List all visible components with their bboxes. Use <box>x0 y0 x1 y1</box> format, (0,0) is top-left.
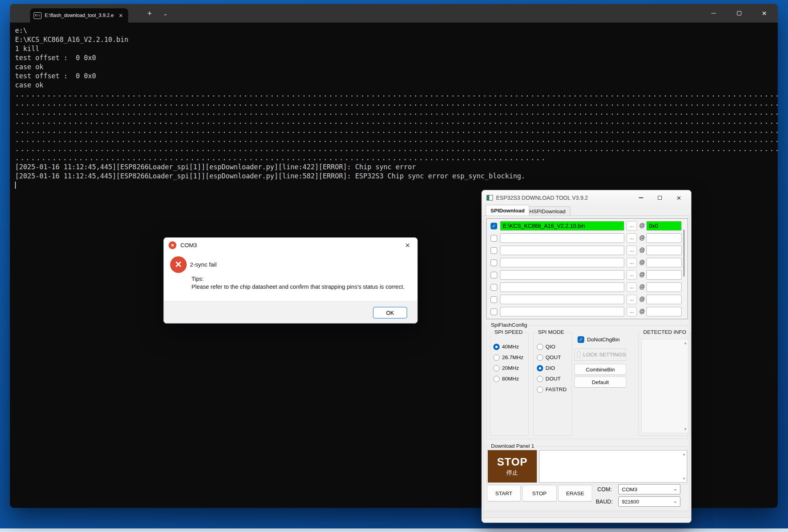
tool-window-controls: ✕ <box>636 193 683 202</box>
spiflashconfig-label: SpiFlashConfig <box>489 322 529 328</box>
file-row: ...@ <box>487 295 688 305</box>
browse-button[interactable]: ... <box>627 258 637 267</box>
radio-selected-icon <box>493 344 500 350</box>
bin-path-field[interactable] <box>500 258 624 267</box>
tab-spidownload[interactable]: SPIDownload <box>486 205 529 216</box>
dialog-tips-text: Please refer to the chip datasheet and c… <box>191 284 405 290</box>
file-row-checkbox[interactable] <box>491 309 497 315</box>
tool-titlebar[interactable]: ESP32S3 DOWNLOAD TOOL V3.9.2 ✕ <box>482 190 691 205</box>
close-icon: ✕ <box>676 195 682 201</box>
spi-mode-label: SPI MODE <box>536 329 566 335</box>
flash-offset-field[interactable] <box>646 307 682 316</box>
at-separator: @ <box>639 308 645 314</box>
terminal-cursor <box>15 182 16 189</box>
bin-path-field[interactable] <box>500 246 624 255</box>
minimize-button[interactable] <box>701 4 726 23</box>
spi-mode-option-qio[interactable]: QIO <box>537 341 566 352</box>
spi-mode-option-dio[interactable]: DIO <box>537 363 566 373</box>
flash-offset-field[interactable]: 0x0 <box>646 221 682 231</box>
flash-offset-field[interactable] <box>646 270 682 280</box>
spi-speed-option-267mhz[interactable]: 26.7MHz <box>493 352 523 363</box>
file-row-checkbox[interactable] <box>491 284 497 291</box>
bin-path-field[interactable] <box>500 270 624 280</box>
bin-path-field[interactable] <box>500 307 624 316</box>
spi-mode-option-dout[interactable]: DOUT <box>537 373 566 384</box>
browse-button[interactable]: ... <box>627 270 637 280</box>
flash-offset-field[interactable] <box>646 258 682 267</box>
file-row-checkbox[interactable] <box>491 247 497 254</box>
tab-list-chevron-icon[interactable]: ⌄ <box>159 8 171 19</box>
flash-offset-field[interactable] <box>646 233 682 243</box>
tool-statusbar <box>484 511 689 521</box>
tab-close-icon[interactable]: ✕ <box>117 12 125 19</box>
terminal-line: test offset : 0 0x0 <box>15 72 778 81</box>
bin-path-field[interactable]: E:\KCS_KC868_A16_V2.2.10.bin <box>500 221 624 231</box>
browse-button[interactable]: ... <box>627 307 637 316</box>
browse-button[interactable]: ... <box>627 282 637 292</box>
browse-button[interactable]: ... <box>627 295 637 304</box>
browse-button[interactable]: ... <box>627 233 637 243</box>
download-panel-label: Download Panel 1 <box>489 443 536 449</box>
ok-button[interactable]: OK <box>373 307 407 318</box>
dialog-titlebar[interactable]: ✕ COM3 ✕ <box>164 238 417 253</box>
file-row-checkbox[interactable] <box>491 235 497 242</box>
combinebin-button[interactable]: CombineBin <box>574 364 626 375</box>
browse-button[interactable]: ... <box>627 221 637 231</box>
scroll-up-icon[interactable]: ▲ <box>682 452 686 456</box>
stop-button[interactable]: STOP <box>522 485 557 502</box>
file-row: ...@ <box>487 282 688 293</box>
browse-button[interactable]: ... <box>627 246 637 255</box>
donotchgbin-checkbox[interactable]: ✓ DoNotChgBin <box>578 336 620 343</box>
file-row: ...@ <box>487 307 688 317</box>
scroll-down-icon[interactable]: ▼ <box>682 477 686 481</box>
radio-icon <box>493 365 500 371</box>
detected-info-textarea[interactable]: ▲ ▼ <box>641 339 688 433</box>
baud-rate-select[interactable]: 921600 ⌄ <box>618 496 680 507</box>
spi-speed-option-40mhz[interactable]: 40MHz <box>493 341 523 352</box>
flash-offset-field[interactable] <box>646 246 682 255</box>
download-status-box: STOP 停止 <box>488 450 537 483</box>
scroll-up-icon[interactable]: ▲ <box>684 341 687 345</box>
file-row-checkbox[interactable] <box>491 296 497 303</box>
terminal-line: ........................................… <box>15 108 778 117</box>
terminal-titlebar[interactable]: C:\ E:\flash_download_tool_3.9.2.e ✕ + ⌄… <box>10 4 778 23</box>
terminal-line: ........................................… <box>15 126 778 135</box>
new-tab-button[interactable]: + <box>143 8 156 19</box>
terminal-line: 1 kill <box>15 44 778 53</box>
file-row-checkbox[interactable] <box>491 272 497 278</box>
file-row-checkbox[interactable] <box>491 259 497 266</box>
download-log-textarea[interactable]: ▲ ▼ <box>539 450 687 483</box>
bin-path-field[interactable] <box>500 295 624 304</box>
flash-offset-field[interactable] <box>646 295 682 304</box>
default-button[interactable]: Default <box>574 377 626 388</box>
spi-speed-option-80mhz[interactable]: 80MHz <box>493 373 523 384</box>
error-icon: ✕ <box>170 256 187 273</box>
bin-path-field[interactable] <box>500 282 624 292</box>
file-list-scrollbar[interactable] <box>683 230 685 276</box>
flash-offset-field[interactable] <box>646 282 682 292</box>
lock-settings-checkbox[interactable]: LOCK SETTINGS <box>574 348 626 361</box>
start-button[interactable]: START <box>487 485 521 502</box>
dialog-footer: OK <box>164 301 417 323</box>
com-port-select[interactable]: COM3 ⌄ <box>618 484 680 494</box>
tool-minimize-button[interactable] <box>636 193 645 202</box>
terminal-line: ........................................… <box>15 153 778 163</box>
spi-mode-option-fastrd[interactable]: FASTRD <box>537 384 566 395</box>
bin-path-field[interactable] <box>500 233 624 243</box>
terminal-line: test offset : 0 0x0 <box>15 53 778 62</box>
spi-mode-option-qout[interactable]: QOUT <box>537 352 566 363</box>
file-row-checkbox[interactable]: ✓ <box>491 223 497 229</box>
tab-hspidownload[interactable]: HSPIDownload <box>525 206 570 216</box>
close-icon: ✕ <box>762 10 767 16</box>
scroll-down-icon[interactable]: ▼ <box>684 427 687 431</box>
dialog-close-icon[interactable]: ✕ <box>403 241 413 250</box>
terminal-tab[interactable]: C:\ E:\flash_download_tool_3.9.2.e ✕ <box>30 8 128 23</box>
tool-close-button[interactable]: ✕ <box>674 193 683 202</box>
spi-speed-option-20mhz[interactable]: 20MHz <box>493 363 523 373</box>
erase-button[interactable]: ERASE <box>558 485 592 502</box>
maximize-button[interactable] <box>726 4 752 23</box>
radio-label: DIO <box>546 365 555 371</box>
tool-maximize-button[interactable] <box>655 193 664 202</box>
file-row: ...@ <box>487 270 688 280</box>
close-button[interactable]: ✕ <box>752 4 777 23</box>
